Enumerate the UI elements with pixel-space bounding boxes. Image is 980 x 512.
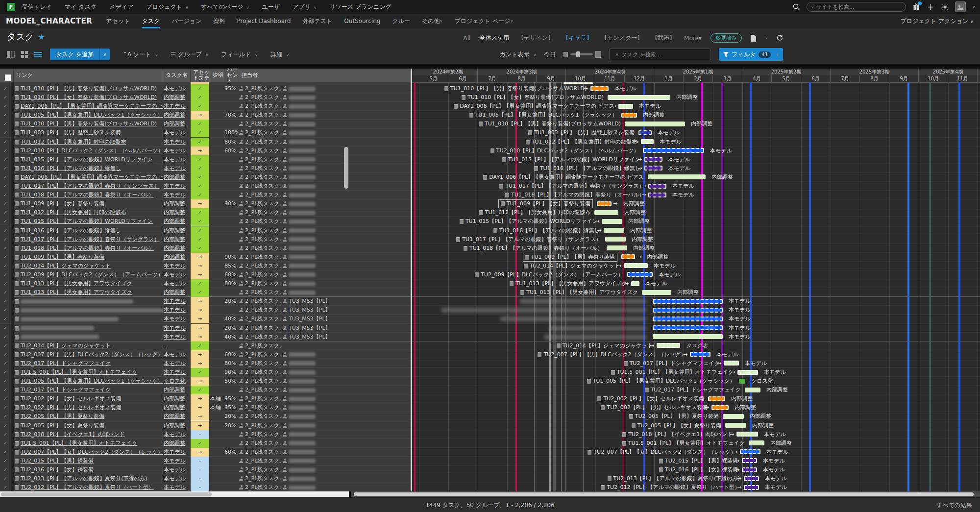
task-link[interactable]: TU2_005【PL】【女】夏祭り装備 (15, 421, 163, 430)
gantt-row[interactable]: 本モデル (412, 297, 980, 306)
table-row[interactable]: ✓TU1_017【PL】【アルマの眼鏡】春祭り（サングラス）本モデル✓2_PL残… (0, 182, 411, 191)
gantt-row[interactable]: TU2_002【PL】【男】セルレギオス装備→内部調整 (412, 403, 980, 412)
project-tab[interactable]: アセット (106, 14, 130, 28)
row-check-icon[interactable]: ✓ (0, 191, 11, 199)
task-link[interactable]: TU1_012【PL】【男女兼用】封印の龍骸布 (15, 208, 163, 217)
row-check-icon[interactable]: ✓ (0, 394, 11, 403)
task-type-link[interactable]: 本モデル (164, 102, 190, 111)
top-menu-item[interactable]: アプリ ∨ (293, 3, 317, 11)
table-row[interactable]: ✓TU1_015【PL】【アルマの眼鏡】WORLDリファイン本モデル✓2_PL残… (0, 155, 411, 164)
table-row[interactable]: ✓TU1_005【PL】【男女兼用】DLCパック1（クラシック）内部調整→70%… (0, 111, 411, 120)
table-row[interactable]: ✓TU1_003【PL】【男】歴戦王砂ヌシ装備本モデル✓100%2_PL残タスク… (0, 128, 411, 137)
asset-status-cell[interactable]: ✓ (191, 128, 209, 137)
table-row[interactable]: ✓TU1.5_001【PL】【男女兼用】オトモフェイク本モデル✓90%2_PL残… (0, 368, 411, 377)
zoom-slider-knob[interactable] (576, 51, 580, 57)
asset-status-cell[interactable]: ✓ (191, 208, 209, 217)
gantt-bar[interactable] (725, 423, 746, 428)
assignee-cell[interactable]: 2_PL残タスク, (239, 341, 411, 350)
task-type-link[interactable]: 本モデル (164, 448, 190, 457)
assignee-cell[interactable]: 2_PL残タスク, (239, 386, 411, 394)
gantt-row[interactable]: TU2_002【PL】【女】セルレギオス装備内部調整 (412, 394, 980, 403)
row-check-icon[interactable]: ✓ (0, 226, 11, 235)
assignee-cell[interactable]: 2_PL残タスク, (239, 191, 411, 199)
gantt-bar[interactable] (638, 130, 652, 135)
gantt-row[interactable]: TU1_018【PL】【アルマの眼鏡】春祭り（オーバル）→本モデル (412, 191, 980, 199)
header-description[interactable]: 説明 (210, 69, 224, 82)
asset-status-cell[interactable]: ✓ (191, 279, 209, 288)
asset-status-cell[interactable]: ✓ (191, 155, 209, 164)
assignee-cell[interactable]: 2_PL残タスク, (239, 430, 411, 439)
task-link[interactable] (15, 297, 163, 306)
asset-status-cell[interactable]: ✓ (191, 244, 209, 253)
gantt-row[interactable]: TU1_009【PL】【男】春祭り装備→内部調整 (412, 253, 980, 262)
table-row[interactable]: ✓本モデル→20%2_PL残タスク, TU3_MS3【PL】 (0, 297, 411, 306)
task-link[interactable]: TU2_002【PL】【女】セルレギオス装備 (15, 394, 163, 403)
task-type-link[interactable]: 本モデル (164, 457, 190, 465)
gantt-bar[interactable] (643, 148, 704, 153)
asset-status-cell[interactable]: → (191, 421, 209, 430)
gantt-row[interactable]: TU1_010【PL】【男】春祭り装備(ブロッサムWORLD)内部調整 (412, 120, 980, 128)
row-check-icon[interactable]: ✓ (0, 120, 11, 128)
asset-status-cell[interactable]: → (191, 324, 209, 333)
gantt-bar[interactable] (653, 325, 723, 330)
task-link[interactable]: TU1_010【PL】【男】春祭り装備(ブロッサムWORLD) (15, 120, 163, 128)
gantt-bar[interactable] (653, 317, 723, 321)
assignee-cell[interactable]: 2_PL残タスク, (239, 412, 411, 421)
row-check-icon[interactable]: ✓ (0, 474, 11, 483)
table-row[interactable]: ✓TU1_016【PL】【アルマの眼鏡】縁無し内部調整✓2_PL残タスク, (0, 226, 411, 235)
assignee-cell[interactable]: 2_PL残タスク, (239, 377, 411, 386)
gantt-row[interactable]: TU1_015【PL】【アルマの眼鏡】WORLDリファイン→内部調整 (412, 217, 980, 226)
asset-status-cell[interactable]: ✓ (191, 226, 209, 235)
task-link[interactable]: DAY1_006【PL】【男女兼用】調査隊マークモチーフの ピアス (15, 173, 163, 182)
gantt-bar[interactable] (590, 86, 609, 91)
table-row[interactable]: ✓TU1_010【PL】【女】春祭り装備(ブロッサムWORLD)内部調整✓2_P… (0, 93, 411, 102)
task-link[interactable]: TU2_007【PL】【男】DLCパック2（ダンス）（レッグ） (15, 350, 163, 359)
row-check-icon[interactable]: ✓ (0, 146, 11, 155)
assignee-cell[interactable]: 2_PL残タスク, (239, 483, 411, 491)
asset-status-cell[interactable]: → (191, 403, 209, 412)
gantt-row[interactable]: TU1_003【PL】【男】歴戦王砂ヌシ装備本モデル (412, 128, 980, 137)
task-type-link[interactable]: 本モデル (164, 164, 190, 173)
chevron-down-icon[interactable]: ∨ (615, 52, 618, 57)
row-check-icon[interactable]: ✓ (0, 483, 11, 491)
task-link[interactable]: TU2_014【PL】ジェマのジャケット (15, 341, 163, 350)
gantt-bar[interactable] (653, 308, 723, 313)
zoom-in-icon[interactable] (595, 51, 601, 58)
row-check-icon[interactable]: ✓ (0, 465, 11, 474)
task-type-link[interactable]: 本モデル (164, 155, 190, 164)
task-link[interactable]: TU1_012【PL】【男女兼用】封印の龍骸布 (15, 138, 163, 146)
row-check-icon[interactable]: ✓ (0, 448, 11, 457)
gantt-row[interactable]: TU2_005【PL】【男】夏祭り装備内部調整 (412, 412, 980, 421)
task-link[interactable]: TU1.5_001【PL】【男女兼用】オトモフェイク (15, 439, 163, 448)
gantt-row[interactable]: 本モデル (412, 315, 980, 323)
assignee-cell[interactable]: 2_PL残タスク, TU3_MS3【PL】 (239, 315, 411, 323)
table-row[interactable]: ✓TU2_009【PL】DLCパック2（ダンス）（アームパーツ）本モデル→60%… (0, 270, 411, 279)
task-type-link[interactable]: 本モデル (164, 333, 190, 341)
header-checkbox-cell[interactable] (0, 69, 14, 82)
chevron-down-icon[interactable]: ∨ (811, 5, 814, 9)
project-tab[interactable]: 外部テスト (302, 14, 332, 28)
top-menu-item[interactable]: 受信トレイ (22, 3, 52, 11)
gantt-row[interactable]: TU2_016【PL】【女】裸装備→本モデル (412, 465, 980, 474)
table-row[interactable]: ✓本モデル→20%2_PL残タスク, TU3_MS3【PL】 (0, 324, 411, 333)
row-check-icon[interactable]: ✓ (0, 217, 11, 226)
table-row[interactable]: ✓TU2_017【PL】ドシャグマフェイク内部調整✓2_PL残タスク, (0, 386, 411, 394)
gantt-bar[interactable] (624, 263, 648, 268)
task-type-link[interactable]: 内部調整 (164, 394, 190, 403)
row-check-icon[interactable]: ✓ (0, 111, 11, 120)
assignee-cell[interactable]: 2_PL残タスク, TU3_MS3【PL】 (239, 297, 411, 306)
today-button[interactable]: 今日 (544, 50, 556, 59)
assignee-cell[interactable]: 2_PL残タスク, (239, 111, 411, 120)
table-row[interactable]: ✓TU1_012【PL】【男女兼用】封印の龍骸布本モデル✓80%2_PL残タスク… (0, 138, 411, 146)
task-type-link[interactable]: 内部調整 (164, 244, 190, 253)
table-row[interactable]: ✓TU1_015【PL】【アルマの眼鏡】WORLDリファイン内部調整✓2_PL残… (0, 217, 411, 226)
task-type-link[interactable]: 内部調整 (164, 173, 190, 182)
task-type-link[interactable]: 内部調整 (164, 120, 190, 128)
gantt-row[interactable]: TU1_013【PL】【男女兼用】アワウタイズク→本モデル (412, 279, 980, 288)
table-row[interactable]: ✓TU1_010【PL】【男】春祭り装備(ブロッサムWORLD)本モデル✓95%… (0, 84, 411, 93)
assignee-cell[interactable]: 2_PL残タスク, (239, 217, 411, 226)
gift-icon[interactable] (912, 3, 920, 11)
row-check-icon[interactable]: ✓ (0, 403, 11, 412)
assignee-cell[interactable]: 2_PL残タスク, (239, 120, 411, 128)
asset-status-cell[interactable]: → (191, 306, 209, 315)
